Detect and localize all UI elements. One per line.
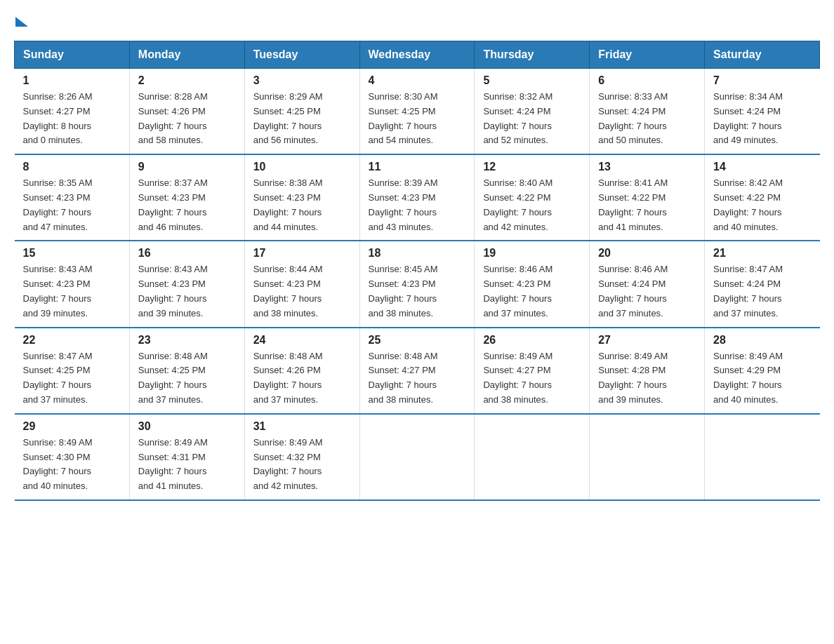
calendar-cell: 11Sunrise: 8:39 AM Sunset: 4:23 PM Dayli…: [359, 154, 475, 241]
day-number: 17: [253, 247, 351, 260]
calendar-week-row: 22Sunrise: 8:47 AM Sunset: 4:25 PM Dayli…: [15, 328, 820, 414]
calendar-cell: 1Sunrise: 8:26 AM Sunset: 4:27 PM Daylig…: [15, 69, 130, 155]
calendar-cell: 25Sunrise: 8:48 AM Sunset: 4:27 PM Dayli…: [359, 328, 475, 414]
day-info: Sunrise: 8:42 AM Sunset: 4:22 PM Dayligh…: [713, 176, 811, 234]
calendar-cell: 9Sunrise: 8:37 AM Sunset: 4:23 PM Daylig…: [129, 154, 244, 241]
day-info: Sunrise: 8:43 AM Sunset: 4:23 PM Dayligh…: [23, 262, 121, 321]
calendar-cell: 30Sunrise: 8:49 AM Sunset: 4:31 PM Dayli…: [129, 414, 244, 500]
day-info: Sunrise: 8:35 AM Sunset: 4:23 PM Dayligh…: [23, 176, 121, 234]
calendar-cell: 3Sunrise: 8:29 AM Sunset: 4:25 PM Daylig…: [244, 69, 359, 155]
logo: [14, 14, 28, 27]
weekday-header-friday: Friday: [590, 41, 705, 69]
calendar-cell: 10Sunrise: 8:38 AM Sunset: 4:23 PM Dayli…: [244, 154, 359, 241]
day-number: 9: [138, 161, 236, 173]
day-info: Sunrise: 8:43 AM Sunset: 4:23 PM Dayligh…: [138, 262, 236, 321]
day-number: 27: [598, 334, 696, 347]
day-number: 24: [253, 334, 351, 347]
day-number: 13: [598, 161, 696, 173]
weekday-header-wednesday: Wednesday: [359, 41, 475, 69]
calendar-cell: 5Sunrise: 8:32 AM Sunset: 4:24 PM Daylig…: [475, 69, 590, 155]
calendar-cell: 8Sunrise: 8:35 AM Sunset: 4:23 PM Daylig…: [15, 154, 130, 241]
calendar-cell: 20Sunrise: 8:46 AM Sunset: 4:24 PM Dayli…: [590, 241, 705, 327]
calendar-cell: 26Sunrise: 8:49 AM Sunset: 4:27 PM Dayli…: [475, 328, 590, 414]
calendar-cell: 2Sunrise: 8:28 AM Sunset: 4:26 PM Daylig…: [129, 69, 244, 155]
day-info: Sunrise: 8:37 AM Sunset: 4:23 PM Dayligh…: [138, 176, 236, 234]
logo-arrow-icon: [15, 17, 28, 27]
day-info: Sunrise: 8:49 AM Sunset: 4:30 PM Dayligh…: [23, 436, 121, 494]
page-header: [14, 14, 820, 27]
day-info: Sunrise: 8:30 AM Sunset: 4:25 PM Dayligh…: [369, 90, 466, 148]
day-number: 28: [713, 334, 811, 347]
day-number: 7: [713, 74, 811, 87]
weekday-header-saturday: Saturday: [705, 41, 820, 69]
calendar-cell: 22Sunrise: 8:47 AM Sunset: 4:25 PM Dayli…: [15, 328, 130, 414]
calendar-header-row: SundayMondayTuesdayWednesdayThursdayFrid…: [15, 41, 820, 69]
day-info: Sunrise: 8:49 AM Sunset: 4:29 PM Dayligh…: [713, 349, 811, 408]
calendar-cell: [705, 414, 820, 500]
day-info: Sunrise: 8:49 AM Sunset: 4:28 PM Dayligh…: [598, 349, 696, 408]
day-number: 3: [253, 74, 351, 87]
calendar-week-row: 8Sunrise: 8:35 AM Sunset: 4:23 PM Daylig…: [15, 154, 820, 241]
calendar-cell: 27Sunrise: 8:49 AM Sunset: 4:28 PM Dayli…: [590, 328, 705, 414]
day-info: Sunrise: 8:33 AM Sunset: 4:24 PM Dayligh…: [598, 90, 696, 148]
calendar-cell: 7Sunrise: 8:34 AM Sunset: 4:24 PM Daylig…: [705, 69, 820, 155]
day-info: Sunrise: 8:34 AM Sunset: 4:24 PM Dayligh…: [713, 90, 811, 148]
calendar-cell: 21Sunrise: 8:47 AM Sunset: 4:24 PM Dayli…: [705, 241, 820, 327]
day-info: Sunrise: 8:40 AM Sunset: 4:22 PM Dayligh…: [483, 176, 581, 234]
day-info: Sunrise: 8:46 AM Sunset: 4:24 PM Dayligh…: [598, 262, 696, 321]
day-number: 20: [598, 247, 696, 260]
calendar-cell: 17Sunrise: 8:44 AM Sunset: 4:23 PM Dayli…: [244, 241, 359, 327]
day-info: Sunrise: 8:47 AM Sunset: 4:24 PM Dayligh…: [713, 262, 811, 321]
calendar-week-row: 1Sunrise: 8:26 AM Sunset: 4:27 PM Daylig…: [15, 69, 820, 155]
calendar-cell: 14Sunrise: 8:42 AM Sunset: 4:22 PM Dayli…: [705, 154, 820, 241]
calendar-cell: 28Sunrise: 8:49 AM Sunset: 4:29 PM Dayli…: [705, 328, 820, 414]
day-info: Sunrise: 8:29 AM Sunset: 4:25 PM Dayligh…: [253, 90, 351, 148]
calendar-cell: 19Sunrise: 8:46 AM Sunset: 4:23 PM Dayli…: [475, 241, 590, 327]
calendar-cell: [475, 414, 590, 500]
day-info: Sunrise: 8:26 AM Sunset: 4:27 PM Dayligh…: [23, 90, 121, 148]
calendar-cell: 29Sunrise: 8:49 AM Sunset: 4:30 PM Dayli…: [15, 414, 130, 500]
calendar-cell: 24Sunrise: 8:48 AM Sunset: 4:26 PM Dayli…: [244, 328, 359, 414]
day-info: Sunrise: 8:49 AM Sunset: 4:27 PM Dayligh…: [483, 349, 581, 408]
calendar-cell: [590, 414, 705, 500]
day-number: 1: [23, 74, 121, 87]
day-number: 19: [483, 247, 581, 260]
day-number: 4: [369, 74, 466, 87]
day-info: Sunrise: 8:48 AM Sunset: 4:26 PM Dayligh…: [253, 349, 351, 408]
day-info: Sunrise: 8:39 AM Sunset: 4:23 PM Dayligh…: [369, 176, 466, 234]
day-info: Sunrise: 8:47 AM Sunset: 4:25 PM Dayligh…: [23, 349, 121, 408]
day-number: 29: [23, 420, 121, 433]
day-number: 30: [138, 420, 236, 433]
day-number: 11: [369, 161, 466, 173]
calendar-cell: 15Sunrise: 8:43 AM Sunset: 4:23 PM Dayli…: [15, 241, 130, 327]
day-number: 18: [369, 247, 466, 260]
day-number: 15: [23, 247, 121, 260]
day-info: Sunrise: 8:32 AM Sunset: 4:24 PM Dayligh…: [483, 90, 581, 148]
day-info: Sunrise: 8:28 AM Sunset: 4:26 PM Dayligh…: [138, 90, 236, 148]
calendar-week-row: 29Sunrise: 8:49 AM Sunset: 4:30 PM Dayli…: [15, 414, 820, 500]
day-info: Sunrise: 8:48 AM Sunset: 4:25 PM Dayligh…: [138, 349, 236, 408]
weekday-header-sunday: Sunday: [15, 41, 130, 69]
day-number: 10: [253, 161, 351, 173]
day-number: 6: [598, 74, 696, 87]
calendar-cell: 31Sunrise: 8:49 AM Sunset: 4:32 PM Dayli…: [244, 414, 359, 500]
day-info: Sunrise: 8:49 AM Sunset: 4:31 PM Dayligh…: [138, 436, 236, 494]
day-number: 16: [138, 247, 236, 260]
day-number: 8: [23, 161, 121, 173]
weekday-header-thursday: Thursday: [475, 41, 590, 69]
day-number: 26: [483, 334, 581, 347]
day-number: 5: [483, 74, 581, 87]
day-info: Sunrise: 8:41 AM Sunset: 4:22 PM Dayligh…: [598, 176, 696, 234]
weekday-header-tuesday: Tuesday: [244, 41, 359, 69]
day-info: Sunrise: 8:48 AM Sunset: 4:27 PM Dayligh…: [369, 349, 466, 408]
day-number: 22: [23, 334, 121, 347]
day-number: 21: [713, 247, 811, 260]
calendar-week-row: 15Sunrise: 8:43 AM Sunset: 4:23 PM Dayli…: [15, 241, 820, 327]
day-info: Sunrise: 8:49 AM Sunset: 4:32 PM Dayligh…: [253, 436, 351, 494]
weekday-header-monday: Monday: [129, 41, 244, 69]
calendar-cell: 18Sunrise: 8:45 AM Sunset: 4:23 PM Dayli…: [359, 241, 475, 327]
day-info: Sunrise: 8:44 AM Sunset: 4:23 PM Dayligh…: [253, 262, 351, 321]
day-number: 14: [713, 161, 811, 173]
calendar-cell: 23Sunrise: 8:48 AM Sunset: 4:25 PM Dayli…: [129, 328, 244, 414]
calendar-cell: 6Sunrise: 8:33 AM Sunset: 4:24 PM Daylig…: [590, 69, 705, 155]
